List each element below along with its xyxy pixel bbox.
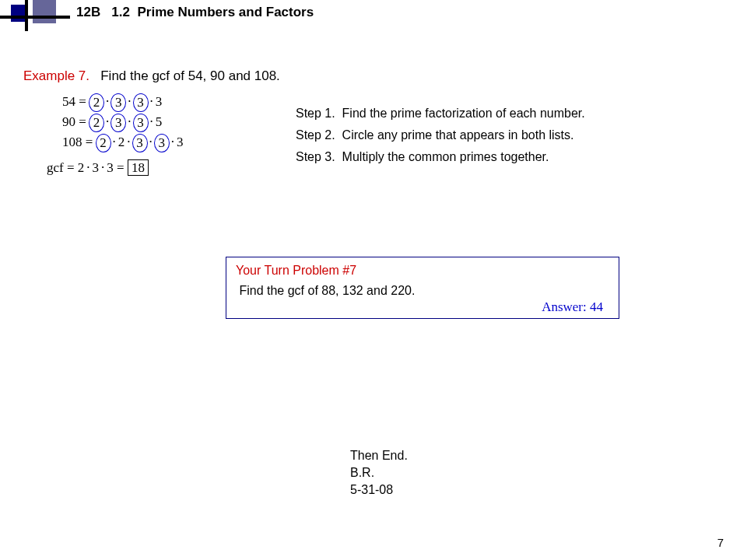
your-turn-answer: Answer: 44 (542, 299, 603, 315)
factor-lhs: 54 (62, 94, 75, 109)
factor-circled: 3 (133, 93, 149, 112)
step-text: Circle any prime that appears in both li… (342, 128, 574, 142)
factor-circled: 2 (96, 134, 111, 152)
factorization-block: 54 = 2·3·3·3 90 = 2·3·3·5 108 = 2·2·3·3·… (62, 92, 184, 152)
factor-lhs: 108 (62, 135, 82, 149)
dot-icon: · (99, 160, 107, 175)
course-code: 12B (76, 5, 100, 19)
page-number: 7 (717, 536, 724, 549)
factor-circled: 2 (89, 93, 104, 112)
logo-vertical-bar (25, 0, 28, 31)
section-title: Prime Numbers and Factors (137, 5, 314, 19)
factorization-row: 54 = 2·3·3·3 (62, 92, 184, 112)
factor-lhs: 90 (62, 114, 75, 129)
step-label: Step 2. (296, 128, 335, 142)
factor-plain: 3 (156, 94, 163, 109)
end-block: Then End. B.R. 5-31-08 (350, 447, 408, 499)
your-turn-prompt: Find the gcf of 88, 132 and 220. (236, 284, 609, 298)
your-turn-title: Your Turn Problem #7 (236, 264, 609, 278)
step-row: Step 2. Circle any prime that appears in… (296, 124, 585, 146)
your-turn-prompt-text: Find the gcf of 88, 132 and 220. (239, 284, 415, 297)
end-line: B.R. (350, 464, 408, 481)
equals-sign: = (67, 160, 78, 175)
step-row: Step 1. Find the prime factorization of … (296, 103, 585, 124)
dot-icon: · (110, 135, 118, 149)
dot-icon: · (148, 114, 156, 129)
step-label: Step 3. (296, 150, 335, 163)
step-text: Find the prime factorization of each num… (342, 107, 585, 120)
end-line: 5-31-08 (350, 481, 408, 499)
factor-circled: 3 (154, 134, 170, 152)
equals-sign: = (117, 160, 128, 175)
gcf-result-boxed: 18 (128, 159, 149, 176)
factor-circled: 2 (89, 114, 104, 132)
factor-plain: 5 (156, 114, 163, 129)
dot-icon: · (169, 135, 177, 149)
dot-icon: · (84, 160, 92, 175)
dot-icon: · (148, 94, 156, 109)
example-label: Example 7. (23, 68, 89, 83)
logo-square-light (33, 0, 56, 23)
equals-sign: = (86, 135, 96, 149)
equals-sign: = (79, 114, 89, 129)
factorization-row: 108 = 2·2·3·3·3 (62, 132, 184, 152)
factor-circled: 3 (110, 114, 126, 132)
example-heading: Example 7. Find the gcf of 54, 90 and 10… (23, 68, 280, 84)
gcf-label: gcf (47, 160, 64, 175)
factor-circled: 3 (110, 93, 126, 112)
factor-circled: 3 (133, 114, 149, 132)
factorization-row: 90 = 2·3·3·5 (62, 112, 184, 132)
example-prompt (93, 68, 100, 83)
end-line: Then End. (350, 447, 408, 464)
gcf-factor: 3 (107, 160, 114, 175)
factor-circled: 3 (132, 134, 148, 152)
header-logo (11, 0, 73, 31)
equals-sign: = (79, 94, 89, 109)
gcf-result-line: gcf = 2·3·3 = 18 (47, 160, 149, 176)
logo-horizontal-bar (0, 16, 70, 19)
factor-plain: 3 (177, 135, 184, 149)
step-row: Step 3. Multiply the common primes toget… (296, 146, 585, 168)
header-title: 12B 1.2 Prime Numbers and Factors (76, 5, 314, 20)
example-prompt-text: Find the gcf of 54, 90 and 108. (100, 68, 280, 83)
step-label: Step 1. (296, 107, 335, 120)
gcf-factor: 3 (93, 160, 100, 175)
step-text: Multiply the common primes together. (342, 150, 549, 163)
steps-block: Step 1. Find the prime factorization of … (296, 103, 585, 168)
section-number: 1.2 (111, 5, 130, 19)
your-turn-box: Your Turn Problem #7 Find the gcf of 88,… (226, 257, 619, 319)
